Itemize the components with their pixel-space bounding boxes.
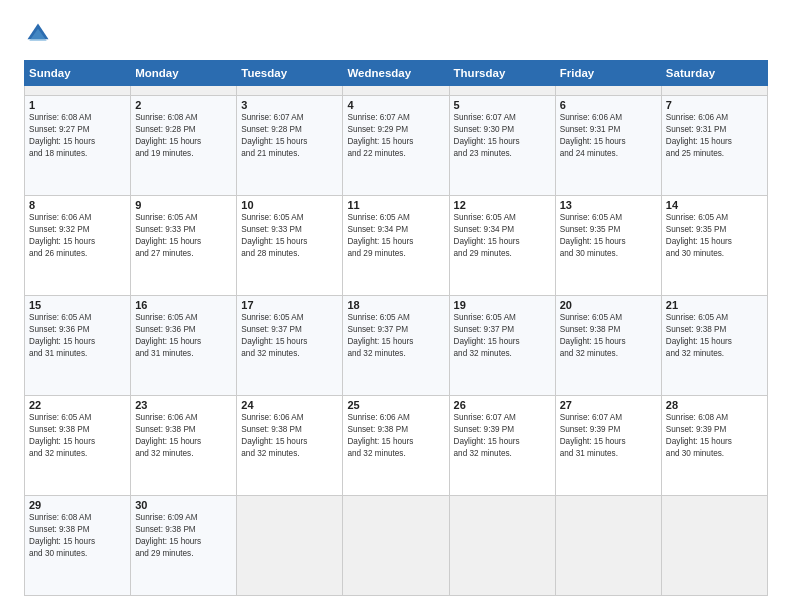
cell-details: Sunrise: 6:05 AM Sunset: 9:37 PM Dayligh… [454, 312, 551, 360]
day-number: 4 [347, 99, 444, 111]
calendar-cell: 1Sunrise: 6:08 AM Sunset: 9:27 PM Daylig… [25, 96, 131, 196]
day-number: 5 [454, 99, 551, 111]
day-number: 8 [29, 199, 126, 211]
cell-details: Sunrise: 6:07 AM Sunset: 9:28 PM Dayligh… [241, 112, 338, 160]
cell-details: Sunrise: 6:05 AM Sunset: 9:36 PM Dayligh… [135, 312, 232, 360]
cell-details: Sunrise: 6:06 AM Sunset: 9:31 PM Dayligh… [560, 112, 657, 160]
cell-details: Sunrise: 6:05 AM Sunset: 9:35 PM Dayligh… [560, 212, 657, 260]
calendar-cell: 2Sunrise: 6:08 AM Sunset: 9:28 PM Daylig… [131, 96, 237, 196]
calendar-cell [661, 496, 767, 596]
calendar-cell: 29Sunrise: 6:08 AM Sunset: 9:38 PM Dayli… [25, 496, 131, 596]
calendar-cell: 14Sunrise: 6:05 AM Sunset: 9:35 PM Dayli… [661, 196, 767, 296]
cell-details: Sunrise: 6:06 AM Sunset: 9:38 PM Dayligh… [241, 412, 338, 460]
day-number: 9 [135, 199, 232, 211]
week-row-4: 22Sunrise: 6:05 AM Sunset: 9:38 PM Dayli… [25, 396, 768, 496]
calendar-cell [237, 86, 343, 96]
calendar-cell: 18Sunrise: 6:05 AM Sunset: 9:37 PM Dayli… [343, 296, 449, 396]
calendar-cell [131, 86, 237, 96]
day-header-monday: Monday [131, 61, 237, 86]
day-number: 24 [241, 399, 338, 411]
cell-details: Sunrise: 6:05 AM Sunset: 9:33 PM Dayligh… [241, 212, 338, 260]
day-number: 21 [666, 299, 763, 311]
calendar-cell: 22Sunrise: 6:05 AM Sunset: 9:38 PM Dayli… [25, 396, 131, 496]
cell-details: Sunrise: 6:08 AM Sunset: 9:39 PM Dayligh… [666, 412, 763, 460]
cell-details: Sunrise: 6:08 AM Sunset: 9:38 PM Dayligh… [29, 512, 126, 560]
day-number: 18 [347, 299, 444, 311]
day-number: 3 [241, 99, 338, 111]
calendar-cell [237, 496, 343, 596]
calendar-cell: 28Sunrise: 6:08 AM Sunset: 9:39 PM Dayli… [661, 396, 767, 496]
day-number: 7 [666, 99, 763, 111]
cell-details: Sunrise: 6:08 AM Sunset: 9:28 PM Dayligh… [135, 112, 232, 160]
day-number: 28 [666, 399, 763, 411]
day-number: 12 [454, 199, 551, 211]
calendar-cell: 10Sunrise: 6:05 AM Sunset: 9:33 PM Dayli… [237, 196, 343, 296]
week-row-2: 8Sunrise: 6:06 AM Sunset: 9:32 PM Daylig… [25, 196, 768, 296]
week-row-5: 29Sunrise: 6:08 AM Sunset: 9:38 PM Dayli… [25, 496, 768, 596]
day-header-sunday: Sunday [25, 61, 131, 86]
day-number: 15 [29, 299, 126, 311]
calendar-cell: 5Sunrise: 6:07 AM Sunset: 9:30 PM Daylig… [449, 96, 555, 196]
cell-details: Sunrise: 6:09 AM Sunset: 9:38 PM Dayligh… [135, 512, 232, 560]
day-number: 27 [560, 399, 657, 411]
day-number: 10 [241, 199, 338, 211]
calendar-cell: 25Sunrise: 6:06 AM Sunset: 9:38 PM Dayli… [343, 396, 449, 496]
calendar-cell: 16Sunrise: 6:05 AM Sunset: 9:36 PM Dayli… [131, 296, 237, 396]
logo [24, 20, 56, 48]
day-number: 30 [135, 499, 232, 511]
week-row-3: 15Sunrise: 6:05 AM Sunset: 9:36 PM Dayli… [25, 296, 768, 396]
calendar-cell: 6Sunrise: 6:06 AM Sunset: 9:31 PM Daylig… [555, 96, 661, 196]
cell-details: Sunrise: 6:05 AM Sunset: 9:36 PM Dayligh… [29, 312, 126, 360]
calendar-cell: 27Sunrise: 6:07 AM Sunset: 9:39 PM Dayli… [555, 396, 661, 496]
calendar-cell: 17Sunrise: 6:05 AM Sunset: 9:37 PM Dayli… [237, 296, 343, 396]
calendar-cell: 8Sunrise: 6:06 AM Sunset: 9:32 PM Daylig… [25, 196, 131, 296]
header [24, 20, 768, 48]
calendar-cell: 23Sunrise: 6:06 AM Sunset: 9:38 PM Dayli… [131, 396, 237, 496]
day-number: 26 [454, 399, 551, 411]
day-header-saturday: Saturday [661, 61, 767, 86]
page: SundayMondayTuesdayWednesdayThursdayFrid… [0, 0, 792, 612]
calendar-cell: 7Sunrise: 6:06 AM Sunset: 9:31 PM Daylig… [661, 96, 767, 196]
cell-details: Sunrise: 6:05 AM Sunset: 9:38 PM Dayligh… [560, 312, 657, 360]
calendar-cell: 15Sunrise: 6:05 AM Sunset: 9:36 PM Dayli… [25, 296, 131, 396]
calendar-cell [449, 496, 555, 596]
calendar-cell: 4Sunrise: 6:07 AM Sunset: 9:29 PM Daylig… [343, 96, 449, 196]
day-number: 29 [29, 499, 126, 511]
calendar-cell: 30Sunrise: 6:09 AM Sunset: 9:38 PM Dayli… [131, 496, 237, 596]
cell-details: Sunrise: 6:05 AM Sunset: 9:37 PM Dayligh… [347, 312, 444, 360]
day-number: 25 [347, 399, 444, 411]
cell-details: Sunrise: 6:07 AM Sunset: 9:39 PM Dayligh… [454, 412, 551, 460]
calendar-cell [343, 86, 449, 96]
cell-details: Sunrise: 6:05 AM Sunset: 9:35 PM Dayligh… [666, 212, 763, 260]
day-number: 17 [241, 299, 338, 311]
day-number: 22 [29, 399, 126, 411]
cell-details: Sunrise: 6:07 AM Sunset: 9:29 PM Dayligh… [347, 112, 444, 160]
day-number: 14 [666, 199, 763, 211]
day-number: 2 [135, 99, 232, 111]
calendar-cell [25, 86, 131, 96]
cell-details: Sunrise: 6:06 AM Sunset: 9:32 PM Dayligh… [29, 212, 126, 260]
calendar-cell: 3Sunrise: 6:07 AM Sunset: 9:28 PM Daylig… [237, 96, 343, 196]
calendar-cell: 11Sunrise: 6:05 AM Sunset: 9:34 PM Dayli… [343, 196, 449, 296]
calendar-cell: 20Sunrise: 6:05 AM Sunset: 9:38 PM Dayli… [555, 296, 661, 396]
cell-details: Sunrise: 6:05 AM Sunset: 9:37 PM Dayligh… [241, 312, 338, 360]
day-header-friday: Friday [555, 61, 661, 86]
cell-details: Sunrise: 6:08 AM Sunset: 9:27 PM Dayligh… [29, 112, 126, 160]
day-number: 6 [560, 99, 657, 111]
day-number: 1 [29, 99, 126, 111]
cell-details: Sunrise: 6:06 AM Sunset: 9:38 PM Dayligh… [347, 412, 444, 460]
cell-details: Sunrise: 6:07 AM Sunset: 9:39 PM Dayligh… [560, 412, 657, 460]
cell-details: Sunrise: 6:05 AM Sunset: 9:34 PM Dayligh… [347, 212, 444, 260]
day-number: 16 [135, 299, 232, 311]
cell-details: Sunrise: 6:05 AM Sunset: 9:38 PM Dayligh… [666, 312, 763, 360]
calendar-cell: 12Sunrise: 6:05 AM Sunset: 9:34 PM Dayli… [449, 196, 555, 296]
day-number: 23 [135, 399, 232, 411]
day-number: 11 [347, 199, 444, 211]
cell-details: Sunrise: 6:06 AM Sunset: 9:38 PM Dayligh… [135, 412, 232, 460]
calendar-cell: 24Sunrise: 6:06 AM Sunset: 9:38 PM Dayli… [237, 396, 343, 496]
cell-details: Sunrise: 6:07 AM Sunset: 9:30 PM Dayligh… [454, 112, 551, 160]
day-number: 19 [454, 299, 551, 311]
day-number: 13 [560, 199, 657, 211]
day-header-wednesday: Wednesday [343, 61, 449, 86]
calendar-cell: 9Sunrise: 6:05 AM Sunset: 9:33 PM Daylig… [131, 196, 237, 296]
